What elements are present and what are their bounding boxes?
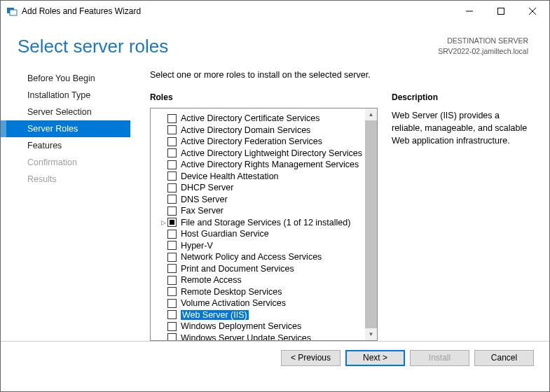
role-label: DHCP Server [181, 183, 233, 192]
role-label: Active Directory Domain Services [181, 125, 310, 135]
destination-label: DESTINATION SERVER [438, 36, 528, 46]
role-label: Hyper-V [181, 241, 213, 251]
role-checkbox[interactable] [167, 333, 177, 340]
role-checkbox[interactable] [167, 206, 177, 216]
role-checkbox[interactable] [167, 276, 177, 285]
role-label: Remote Desktop Services [181, 287, 282, 297]
close-button[interactable] [516, 1, 548, 22]
role-item[interactable]: Active Directory Lightweight Directory S… [151, 148, 365, 160]
role-item[interactable]: Host Guardian Service [151, 228, 365, 240]
role-checkbox[interactable] [167, 253, 177, 262]
role-item[interactable]: Active Directory Certificate Services [151, 113, 365, 125]
role-label: Host Guardian Service [181, 229, 269, 239]
role-label: Fax Server [181, 206, 224, 216]
page-heading: Select server roles [18, 36, 438, 57]
role-checkbox[interactable] [167, 264, 177, 273]
role-item[interactable]: DNS Server [151, 194, 365, 206]
description-heading: Description [392, 92, 532, 102]
role-label: Active Directory Lightweight Directory S… [181, 148, 362, 158]
previous-button[interactable]: < Previous [281, 350, 341, 366]
role-label: DNS Server [181, 195, 228, 204]
role-item[interactable]: Active Directory Domain Services [151, 125, 365, 136]
nav-item-features[interactable]: Features [1, 137, 130, 154]
destination-server: DESTINATION SERVER SRV2022-02.jamiltech.… [438, 36, 528, 56]
expand-icon[interactable]: ▷ [160, 219, 167, 226]
scrollbar[interactable]: ▲ ▼ [365, 108, 377, 340]
maximize-button[interactable] [485, 1, 516, 22]
minimize-button[interactable] [453, 1, 485, 22]
role-checkbox[interactable] [167, 125, 177, 134]
cancel-button[interactable]: Cancel [474, 350, 534, 366]
role-label: Device Health Attestation [181, 172, 279, 181]
nav-item-installation-type[interactable]: Installation Type [1, 87, 130, 104]
role-checkbox[interactable] [167, 114, 177, 123]
role-checkbox[interactable] [167, 137, 177, 146]
role-label: Active Directory Federation Services [181, 136, 322, 146]
roles-list: Active Directory Certificate ServicesAct… [151, 108, 365, 340]
nav-item-server-roles[interactable]: Server Roles [1, 120, 130, 137]
scroll-down-icon[interactable]: ▼ [365, 328, 377, 340]
role-label: Volume Activation Services [181, 298, 286, 308]
role-item[interactable]: Windows Deployment Services [151, 321, 365, 332]
role-checkbox[interactable] [167, 172, 177, 181]
role-label: Remote Access [181, 275, 242, 285]
window-title: Add Roles and Features Wizard [22, 6, 453, 16]
footer: < Previous Next > Install Cancel [1, 341, 549, 374]
role-item[interactable]: Active Directory Rights Management Servi… [151, 159, 365, 171]
role-checkbox[interactable] [167, 299, 177, 308]
nav-item-server-selection[interactable]: Server Selection [1, 104, 130, 120]
nav-item-confirmation: Confirmation [1, 154, 130, 171]
role-label: Active Directory Certificate Services [181, 113, 320, 123]
role-checkbox[interactable] [167, 322, 177, 331]
description-text: Web Server (IIS) provides a reliable, ma… [392, 109, 532, 147]
role-checkbox[interactable] [167, 218, 177, 227]
role-checkbox[interactable] [167, 241, 177, 250]
role-item[interactable]: Remote Access [151, 274, 365, 286]
install-button: Install [410, 350, 469, 366]
role-item[interactable]: Active Directory Federation Services [151, 136, 365, 148]
nav-item-before-you-begin[interactable]: Before You Begin [1, 70, 130, 87]
role-item[interactable]: Volume Activation Services [151, 298, 365, 309]
role-item[interactable]: Print and Document Services [151, 263, 365, 275]
next-button[interactable]: Next > [345, 350, 405, 366]
destination-value: SRV2022-02.jamiltech.local [438, 46, 528, 57]
role-label: Print and Document Services [181, 264, 294, 274]
role-item[interactable]: Hyper-V [151, 240, 365, 252]
nav-item-results: Results [1, 171, 130, 188]
role-checkbox[interactable] [167, 148, 177, 158]
wizard-nav: Before You BeginInstallation TypeServer … [1, 64, 130, 341]
roles-listbox: Active Directory Certificate ServicesAct… [150, 108, 378, 341]
scroll-thumb[interactable] [365, 120, 377, 328]
app-icon [6, 6, 18, 17]
role-item[interactable]: Web Server (IIS) [151, 309, 365, 321]
role-label: Web Server (IIS) [181, 310, 249, 320]
role-checkbox[interactable] [167, 310, 177, 319]
svg-rect-1 [10, 10, 17, 15]
role-label: File and Storage Services (1 of 12 insta… [181, 218, 351, 227]
scroll-up-icon[interactable]: ▲ [365, 108, 377, 120]
role-label: Active Directory Rights Management Servi… [181, 160, 359, 169]
role-item[interactable]: Windows Server Update Services [151, 332, 365, 341]
role-item[interactable]: Network Policy and Access Services [151, 251, 365, 263]
role-checkbox[interactable] [167, 183, 177, 192]
role-item[interactable]: Fax Server [151, 205, 365, 217]
role-checkbox[interactable] [167, 195, 177, 204]
svg-rect-3 [497, 8, 504, 15]
role-checkbox[interactable] [167, 287, 177, 296]
title-bar: Add Roles and Features Wizard [1, 1, 549, 22]
header: Select server roles DESTINATION SERVER S… [1, 22, 549, 64]
role-item[interactable]: Remote Desktop Services [151, 286, 365, 298]
intro-text: Select one or more roles to install on t… [150, 70, 532, 80]
role-checkbox[interactable] [167, 230, 177, 239]
role-label: Network Policy and Access Services [181, 252, 322, 262]
role-label: Windows Deployment Services [181, 321, 301, 331]
role-item[interactable]: Device Health Attestation [151, 171, 365, 183]
roles-heading: Roles [150, 92, 378, 102]
role-checkbox[interactable] [167, 160, 177, 169]
role-label: Windows Server Update Services [181, 333, 311, 340]
role-item[interactable]: ▷File and Storage Services (1 of 12 inst… [151, 217, 365, 229]
role-item[interactable]: DHCP Server [151, 182, 365, 194]
